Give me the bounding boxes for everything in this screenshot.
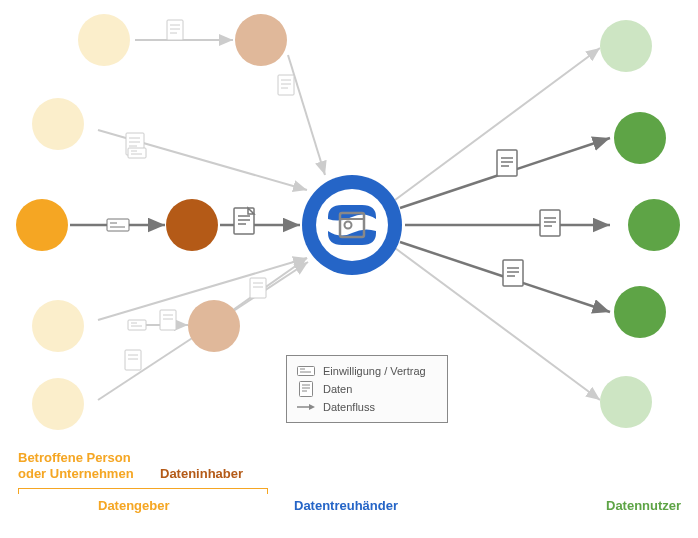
svg-rect-47 — [503, 260, 523, 286]
node-affected-main — [16, 199, 68, 251]
svg-rect-14 — [167, 20, 183, 40]
node-affected-faded-2 — [32, 98, 84, 150]
legend-row-flow: Datenfluss — [297, 398, 437, 416]
node-owner-faded-2 — [188, 300, 240, 352]
node-owner-main — [166, 199, 218, 251]
arrow-icon — [297, 403, 315, 411]
svg-rect-68 — [300, 382, 313, 397]
node-user-1 — [614, 112, 666, 164]
node-user-2 — [628, 199, 680, 251]
svg-rect-33 — [160, 310, 176, 330]
svg-rect-57 — [128, 320, 146, 330]
label-owner: Dateninhaber — [160, 466, 243, 481]
label-giver: Datengeber — [98, 498, 170, 513]
label-user: Datennutzer — [606, 498, 681, 513]
svg-rect-30 — [250, 278, 266, 298]
svg-line-9 — [395, 48, 600, 200]
label-affected: Betroffene Person oder Unternehmen — [18, 450, 134, 483]
legend-box: Einwilligung / Vertrag Daten Datenfluss — [286, 355, 448, 423]
svg-rect-54 — [128, 148, 146, 158]
diagram-canvas: Einwilligung / Vertrag Daten Datenfluss … — [0, 0, 698, 538]
svg-line-1 — [288, 55, 325, 175]
svg-rect-36 — [125, 350, 141, 370]
node-user-faded-2 — [600, 376, 652, 428]
svg-rect-65 — [298, 367, 315, 376]
node-user-faded-1 — [600, 20, 652, 72]
svg-rect-39 — [497, 150, 517, 176]
node-owner-faded-1 — [235, 14, 287, 66]
svg-rect-51 — [107, 219, 129, 231]
svg-rect-43 — [540, 210, 560, 236]
legend-label-flow: Datenfluss — [323, 401, 375, 413]
svg-line-7 — [233, 258, 307, 310]
bracket-giver — [18, 488, 268, 495]
legend-label-data: Daten — [323, 383, 352, 395]
node-trustee — [300, 173, 404, 277]
node-user-3 — [614, 286, 666, 338]
consent-card-icon — [297, 366, 315, 376]
svg-rect-18 — [278, 75, 294, 95]
node-affected-faded-3 — [32, 300, 84, 352]
node-affected-faded-1 — [78, 14, 130, 66]
legend-row-consent: Einwilligung / Vertrag — [297, 362, 437, 380]
label-trustee: Datentreuhänder — [294, 498, 398, 513]
legend-label-consent: Einwilligung / Vertrag — [323, 365, 426, 377]
document-icon — [297, 381, 315, 397]
legend-row-data: Daten — [297, 380, 437, 398]
node-affected-faded-4 — [32, 378, 84, 430]
